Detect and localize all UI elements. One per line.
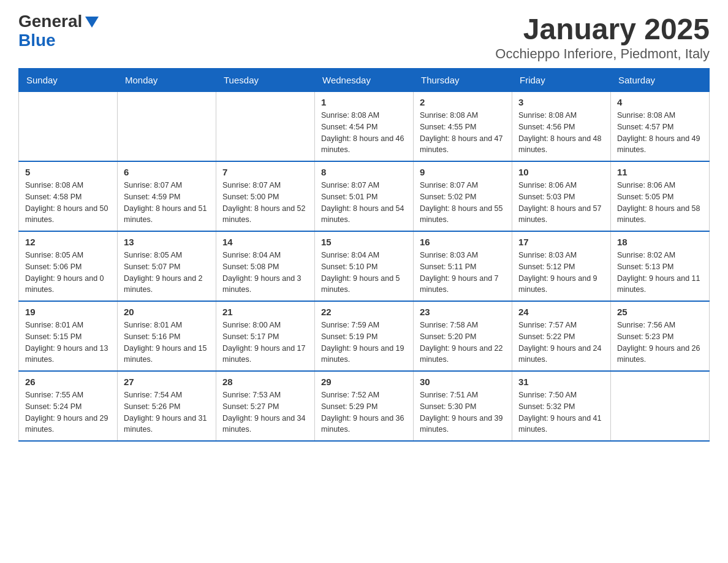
calendar-day-13: 13Sunrise: 8:05 AM Sunset: 5:07 PM Dayli… (118, 231, 216, 301)
calendar-table: SundayMondayTuesdayWednesdayThursdayFrid… (18, 68, 710, 442)
calendar-day-10: 10Sunrise: 8:06 AM Sunset: 5:03 PM Dayli… (512, 161, 611, 231)
calendar-subtitle: Occhieppo Inferiore, Piedmont, Italy (495, 46, 710, 62)
calendar-empty-cell (118, 92, 216, 162)
day-number: 22 (321, 307, 407, 317)
calendar-day-26: 26Sunrise: 7:55 AM Sunset: 5:24 PM Dayli… (19, 371, 118, 441)
day-header-friday: Friday (512, 69, 611, 92)
day-info: Sunrise: 8:01 AM Sunset: 5:16 PM Dayligh… (124, 321, 207, 364)
calendar-title: January 2025 (495, 12, 710, 46)
day-number: 27 (124, 377, 210, 387)
day-number: 5 (25, 167, 111, 177)
calendar-day-12: 12Sunrise: 8:05 AM Sunset: 5:06 PM Dayli… (19, 231, 118, 301)
day-header-thursday: Thursday (414, 69, 512, 92)
day-number: 16 (420, 237, 506, 247)
day-info: Sunrise: 7:50 AM Sunset: 5:32 PM Dayligh… (518, 391, 602, 434)
day-info: Sunrise: 8:08 AM Sunset: 4:56 PM Dayligh… (518, 111, 602, 154)
day-number: 11 (617, 167, 703, 177)
calendar-day-18: 18Sunrise: 8:02 AM Sunset: 5:13 PM Dayli… (611, 231, 710, 301)
day-info: Sunrise: 7:55 AM Sunset: 5:24 PM Dayligh… (25, 391, 108, 434)
logo: General Blue (18, 12, 99, 50)
day-info: Sunrise: 7:59 AM Sunset: 5:19 PM Dayligh… (321, 321, 404, 364)
calendar-day-5: 5Sunrise: 8:08 AM Sunset: 4:58 PM Daylig… (19, 161, 118, 231)
day-number: 10 (518, 167, 604, 177)
day-number: 9 (420, 167, 506, 177)
title-block: January 2025 Occhieppo Inferiore, Piedmo… (495, 12, 710, 62)
calendar-day-14: 14Sunrise: 8:04 AM Sunset: 5:08 PM Dayli… (216, 231, 315, 301)
day-number: 13 (124, 237, 210, 247)
day-number: 17 (518, 237, 604, 247)
calendar-day-31: 31Sunrise: 7:50 AM Sunset: 5:32 PM Dayli… (512, 371, 611, 441)
day-info: Sunrise: 8:07 AM Sunset: 4:59 PM Dayligh… (124, 181, 207, 224)
day-info: Sunrise: 8:03 AM Sunset: 5:11 PM Dayligh… (420, 251, 499, 294)
day-number: 20 (124, 307, 210, 317)
calendar-header-row: SundayMondayTuesdayWednesdayThursdayFrid… (19, 69, 710, 92)
day-info: Sunrise: 8:02 AM Sunset: 5:13 PM Dayligh… (617, 251, 700, 294)
day-info: Sunrise: 8:06 AM Sunset: 5:03 PM Dayligh… (518, 181, 602, 224)
day-number: 14 (222, 237, 308, 247)
calendar-day-27: 27Sunrise: 7:54 AM Sunset: 5:26 PM Dayli… (118, 371, 216, 441)
logo-blue: Blue (18, 31, 56, 50)
day-info: Sunrise: 8:08 AM Sunset: 4:55 PM Dayligh… (420, 111, 503, 154)
day-number: 7 (222, 167, 308, 177)
calendar-day-16: 16Sunrise: 8:03 AM Sunset: 5:11 PM Dayli… (414, 231, 512, 301)
day-number: 4 (617, 97, 703, 107)
day-number: 15 (321, 237, 407, 247)
day-number: 1 (321, 97, 407, 107)
day-info: Sunrise: 8:08 AM Sunset: 4:58 PM Dayligh… (25, 181, 108, 224)
logo-general: General (18, 12, 82, 31)
day-number: 23 (420, 307, 506, 317)
day-info: Sunrise: 8:00 AM Sunset: 5:17 PM Dayligh… (222, 321, 306, 364)
day-info: Sunrise: 7:53 AM Sunset: 5:27 PM Dayligh… (222, 391, 306, 434)
day-number: 24 (518, 307, 604, 317)
day-number: 21 (222, 307, 308, 317)
svg-marker-0 (85, 17, 99, 28)
calendar-day-22: 22Sunrise: 7:59 AM Sunset: 5:19 PM Dayli… (315, 301, 414, 371)
day-number: 30 (420, 377, 506, 387)
calendar-day-25: 25Sunrise: 7:56 AM Sunset: 5:23 PM Dayli… (611, 301, 710, 371)
day-number: 26 (25, 377, 111, 387)
day-info: Sunrise: 7:58 AM Sunset: 5:20 PM Dayligh… (420, 321, 503, 364)
day-info: Sunrise: 8:03 AM Sunset: 5:12 PM Dayligh… (518, 251, 597, 294)
day-number: 25 (617, 307, 703, 317)
day-info: Sunrise: 8:04 AM Sunset: 5:10 PM Dayligh… (321, 251, 400, 294)
day-info: Sunrise: 7:51 AM Sunset: 5:30 PM Dayligh… (420, 391, 503, 434)
day-info: Sunrise: 8:06 AM Sunset: 5:05 PM Dayligh… (617, 181, 700, 224)
calendar-day-4: 4Sunrise: 8:08 AM Sunset: 4:57 PM Daylig… (611, 92, 710, 162)
calendar-day-3: 3Sunrise: 8:08 AM Sunset: 4:56 PM Daylig… (512, 92, 611, 162)
calendar-day-8: 8Sunrise: 8:07 AM Sunset: 5:01 PM Daylig… (315, 161, 414, 231)
day-number: 18 (617, 237, 703, 247)
calendar-week-row: 1Sunrise: 8:08 AM Sunset: 4:54 PM Daylig… (19, 92, 710, 162)
calendar-week-row: 26Sunrise: 7:55 AM Sunset: 5:24 PM Dayli… (19, 371, 710, 441)
day-info: Sunrise: 8:08 AM Sunset: 4:57 PM Dayligh… (617, 111, 700, 154)
day-info: Sunrise: 7:57 AM Sunset: 5:22 PM Dayligh… (518, 321, 602, 364)
day-number: 2 (420, 97, 506, 107)
calendar-day-17: 17Sunrise: 8:03 AM Sunset: 5:12 PM Dayli… (512, 231, 611, 301)
calendar-empty-cell (19, 92, 118, 162)
calendar-day-23: 23Sunrise: 7:58 AM Sunset: 5:20 PM Dayli… (414, 301, 512, 371)
calendar-day-19: 19Sunrise: 8:01 AM Sunset: 5:15 PM Dayli… (19, 301, 118, 371)
calendar-week-row: 12Sunrise: 8:05 AM Sunset: 5:06 PM Dayli… (19, 231, 710, 301)
day-info: Sunrise: 8:05 AM Sunset: 5:07 PM Dayligh… (124, 251, 203, 294)
day-info: Sunrise: 7:54 AM Sunset: 5:26 PM Dayligh… (124, 391, 207, 434)
day-number: 6 (124, 167, 210, 177)
day-info: Sunrise: 8:08 AM Sunset: 4:54 PM Dayligh… (321, 111, 404, 154)
day-header-sunday: Sunday (19, 69, 118, 92)
day-number: 31 (518, 377, 604, 387)
calendar-day-28: 28Sunrise: 7:53 AM Sunset: 5:27 PM Dayli… (216, 371, 315, 441)
calendar-day-6: 6Sunrise: 8:07 AM Sunset: 4:59 PM Daylig… (118, 161, 216, 231)
day-info: Sunrise: 8:01 AM Sunset: 5:15 PM Dayligh… (25, 321, 108, 364)
day-number: 19 (25, 307, 111, 317)
day-number: 8 (321, 167, 407, 177)
day-number: 28 (222, 377, 308, 387)
calendar-day-15: 15Sunrise: 8:04 AM Sunset: 5:10 PM Dayli… (315, 231, 414, 301)
logo-triangle-icon (85, 17, 99, 28)
calendar-day-9: 9Sunrise: 8:07 AM Sunset: 5:02 PM Daylig… (414, 161, 512, 231)
calendar-day-30: 30Sunrise: 7:51 AM Sunset: 5:30 PM Dayli… (414, 371, 512, 441)
day-header-wednesday: Wednesday (315, 69, 414, 92)
calendar-week-row: 19Sunrise: 8:01 AM Sunset: 5:15 PM Dayli… (19, 301, 710, 371)
calendar-day-24: 24Sunrise: 7:57 AM Sunset: 5:22 PM Dayli… (512, 301, 611, 371)
page-header: General Blue January 2025 Occhieppo Infe… (18, 12, 710, 62)
day-header-tuesday: Tuesday (216, 69, 315, 92)
calendar-day-29: 29Sunrise: 7:52 AM Sunset: 5:29 PM Dayli… (315, 371, 414, 441)
day-info: Sunrise: 7:52 AM Sunset: 5:29 PM Dayligh… (321, 391, 404, 434)
